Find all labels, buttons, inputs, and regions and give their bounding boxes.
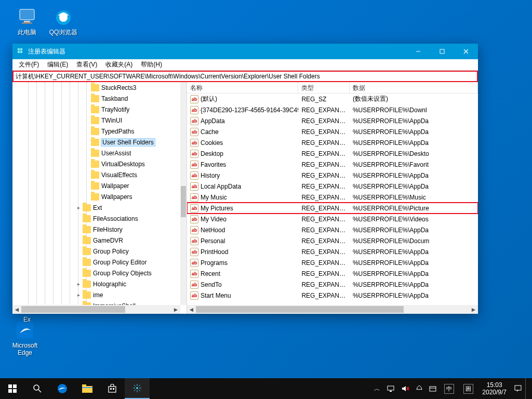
- volume-icon[interactable]: [398, 378, 413, 399]
- list-row[interactable]: abNetHoodREG_EXPAND_SZ%USERPROFILE%\AppD…: [187, 224, 478, 235]
- menu-item[interactable]: 文件(F): [15, 59, 43, 70]
- tree-node[interactable]: Group Policy Objects: [12, 268, 180, 278]
- svg-rect-32: [113, 388, 114, 390]
- edge-taskbar-button[interactable]: [50, 378, 75, 399]
- scrollbar-thumb[interactable]: [181, 186, 186, 217]
- list-row[interactable]: abCacheREG_EXPAND_SZ%USERPROFILE%\AppDa: [187, 126, 478, 137]
- tray-app-icon[interactable]: [413, 378, 426, 399]
- tree-hscrollbar[interactable]: ◄ ►: [12, 305, 180, 314]
- list-row[interactable]: abCookiesREG_EXPAND_SZ%USERPROFILE%\AppD…: [187, 137, 478, 148]
- tree-node[interactable]: VirtualDesktops: [12, 158, 180, 169]
- desktop-icon[interactable]: QQ浏览器: [46, 6, 81, 37]
- tree-node[interactable]: ▸Ext: [12, 202, 180, 213]
- desktop-icon[interactable]: 此电脑: [9, 6, 45, 37]
- app-taskbar-button[interactable]: [125, 378, 150, 399]
- titlebar[interactable]: 注册表编辑器: [12, 44, 478, 59]
- tree-node[interactable]: ▸Holographic: [12, 278, 180, 289]
- action-center-icon[interactable]: [511, 378, 525, 399]
- network-icon[interactable]: [383, 378, 398, 399]
- explorer-taskbar-button[interactable]: [75, 378, 100, 399]
- list-row[interactable]: abMy PicturesREG_EXPAND_SZ%USERPROFILE%\…: [187, 203, 478, 214]
- svg-rect-12: [18, 48, 20, 50]
- list-row[interactable]: abDesktopREG_EXPAND_SZ%USERPROFILE%\Desk…: [187, 148, 478, 159]
- scroll-right-icon[interactable]: ►: [171, 305, 180, 314]
- svg-rect-49: [515, 385, 521, 390]
- string-value-icon: ab: [190, 259, 198, 267]
- list-hscrollbar[interactable]: ◄ ►: [187, 305, 478, 314]
- scrollbar-thumb[interactable]: [21, 306, 125, 313]
- scroll-right-icon[interactable]: ►: [469, 305, 478, 314]
- clock[interactable]: 15:03 2020/9/7: [478, 381, 511, 396]
- registry-tree[interactable]: StuckRects3TaskbandTrayNotifyTWinUITyped…: [12, 82, 187, 314]
- list-row[interactable]: abMy VideoREG_EXPAND_SZ%USERPROFILE%\Vid…: [187, 214, 478, 224]
- tree-node-label: TrayNotify: [101, 106, 129, 113]
- desktop-icon-label: QQ浏览器: [46, 28, 81, 37]
- tree-node[interactable]: FileHistory: [12, 224, 180, 235]
- store-taskbar-button[interactable]: [100, 378, 125, 399]
- scroll-left-icon[interactable]: ◄: [187, 305, 196, 314]
- tree-node[interactable]: FileAssociations: [12, 213, 180, 224]
- ime-indicator[interactable]: 囲: [459, 378, 478, 399]
- start-button[interactable]: [0, 378, 25, 399]
- expand-icon[interactable]: ▸: [75, 292, 82, 298]
- list-row[interactable]: abHistoryREG_EXPAND_SZ%USERPROFILE%\AppD…: [187, 170, 478, 181]
- maximize-button[interactable]: [430, 44, 454, 59]
- expand-icon[interactable]: ▸: [75, 281, 82, 287]
- close-button[interactable]: [454, 44, 478, 59]
- list-row[interactable]: abProgramsREG_EXPAND_SZ%USERPROFILE%\App…: [187, 257, 478, 268]
- menu-item[interactable]: 查看(V): [72, 59, 101, 70]
- column-header[interactable]: 数据: [350, 82, 478, 93]
- list-row[interactable]: abPrintHoodREG_EXPAND_SZ%USERPROFILE%\Ap…: [187, 246, 478, 257]
- string-value-icon: ab: [190, 204, 198, 212]
- list-row[interactable]: abFavoritesREG_EXPAND_SZ%USERPROFILE%\Fa…: [187, 159, 478, 170]
- desktop-icon[interactable]: Microsoft Edge: [7, 320, 43, 356]
- show-desktop-button[interactable]: [525, 378, 532, 399]
- edge-icon: [15, 320, 35, 341]
- tree-node[interactable]: TWinUI: [12, 115, 180, 126]
- tray-app-icon[interactable]: [426, 378, 440, 399]
- tree-node[interactable]: Wallpapers: [12, 191, 180, 202]
- tree-node[interactable]: Wallpaper: [12, 180, 180, 191]
- list-row[interactable]: abSendToREG_EXPAND_SZ%USERPROFILE%\AppDa: [187, 279, 478, 290]
- tree-vscrollbar[interactable]: [180, 82, 187, 305]
- tree-node[interactable]: Group Policy: [12, 246, 180, 257]
- string-value-icon: ab: [190, 171, 198, 180]
- expand-icon[interactable]: ▸: [75, 205, 82, 210]
- list-row[interactable]: ab{374DE290-123F-4565-9164-39C4925…REG_E…: [187, 104, 478, 115]
- tray-overflow-icon[interactable]: ︿: [371, 378, 383, 399]
- menu-item[interactable]: 编辑(E): [43, 59, 72, 70]
- tree-node[interactable]: Taskband: [12, 93, 180, 104]
- ime-indicator[interactable]: 中: [440, 378, 459, 399]
- tree-node-label: Taskband: [101, 95, 128, 102]
- list-row[interactable]: abAppDataREG_EXPAND_SZ%USERPROFILE%\AppD…: [187, 115, 478, 126]
- list-row[interactable]: abLocal AppDataREG_EXPAND_SZ%USERPROFILE…: [187, 181, 478, 192]
- menu-item[interactable]: 收藏夹(A): [101, 59, 137, 70]
- column-header[interactable]: 名称: [187, 82, 298, 93]
- tree-node-label: Group Policy: [93, 248, 129, 255]
- scrollbar-thumb[interactable]: [196, 306, 404, 313]
- tree-node[interactable]: ▸ime: [12, 289, 180, 300]
- scroll-left-icon[interactable]: ◄: [12, 305, 21, 314]
- list-row[interactable]: ab(默认)REG_SZ(数值未设置): [187, 94, 478, 104]
- tree-node[interactable]: StuckRects3: [12, 82, 180, 93]
- tree-node[interactable]: Group Policy Editor: [12, 257, 180, 268]
- minimize-button[interactable]: [406, 44, 430, 59]
- list-row[interactable]: abStart MenuREG_EXPAND_SZ%USERPROFILE%\A…: [187, 290, 478, 301]
- value-data: %USERPROFILE%\Videos: [350, 216, 478, 223]
- list-row[interactable]: abRecentREG_EXPAND_SZ%USERPROFILE%\AppDa: [187, 268, 478, 279]
- menu-item[interactable]: 帮助(H): [137, 59, 166, 70]
- address-bar[interactable]: 计算机\HKEY_CURRENT_USER\SOFTWARE\Microsoft…: [12, 71, 478, 82]
- list-row[interactable]: abPersonalREG_EXPAND_SZ%USERPROFILE%\Doc…: [187, 235, 478, 246]
- tree-node[interactable]: UserAssist: [12, 148, 180, 158]
- tree-node[interactable]: TypedPaths: [12, 126, 180, 137]
- list-row[interactable]: abMy MusicREG_EXPAND_SZ%USERPROFILE%\Mus…: [187, 192, 478, 203]
- tree-node[interactable]: TrayNotify: [12, 104, 180, 115]
- string-value-icon: ab: [190, 270, 198, 278]
- value-data: %USERPROFILE%\Downl: [350, 107, 478, 114]
- value-type: REG_EXPAND_SZ: [298, 194, 350, 201]
- tree-node[interactable]: VisualEffects: [12, 169, 180, 180]
- search-button[interactable]: [25, 378, 50, 399]
- tree-node[interactable]: User Shell Folders: [12, 137, 180, 148]
- column-header[interactable]: 类型: [298, 82, 350, 93]
- tree-node[interactable]: GameDVR: [12, 235, 180, 246]
